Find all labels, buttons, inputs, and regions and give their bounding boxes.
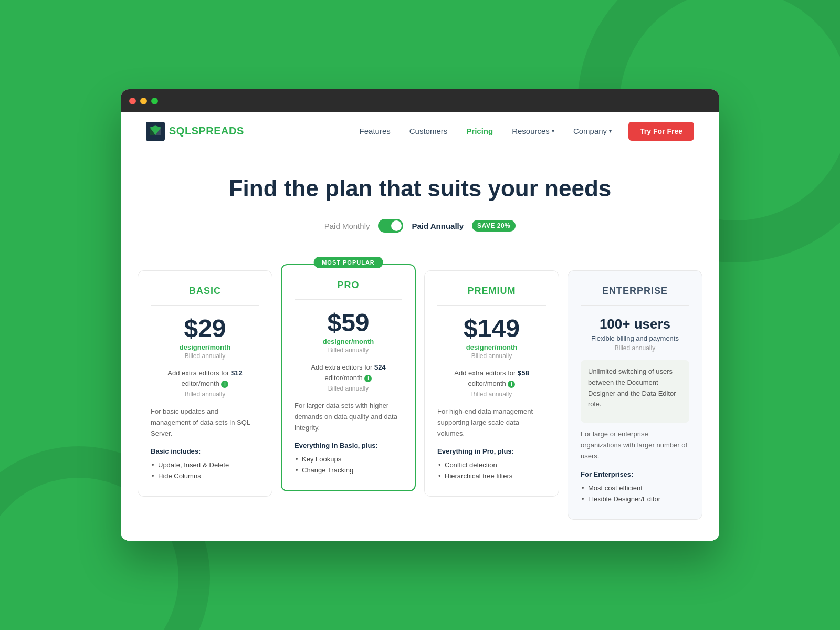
feature-enterprise-0: Most cost efficient (581, 482, 689, 494)
pricing-section: BASIC $29 designer/month Billed annually… (121, 270, 719, 541)
annually-label: Paid Annually (412, 222, 464, 230)
nav-links: Features Customers Pricing Resources ▾ C… (360, 127, 612, 135)
features-list-basic: Update, Insert & Delete Hide Columns (151, 459, 259, 481)
billing-toggle-switch[interactable] (378, 219, 403, 233)
extras-info-icon-premium[interactable]: i (508, 381, 515, 388)
extras-info-icon-basic[interactable]: i (221, 381, 228, 388)
plan-extras-premium: Add extra editors for $58 editor/month i (437, 368, 546, 388)
feature-basic-1: Hide Columns (151, 470, 259, 481)
feature-basic-0: Update, Insert & Delete (151, 459, 259, 470)
card-divider-pro (295, 299, 402, 300)
includes-title-premium: Everything in Pro, plus: (437, 447, 546, 455)
plan-title-pro: PRO (295, 280, 402, 291)
enterprise-billing2: Billed annually (581, 344, 689, 352)
includes-title-pro: Everything in Basic, plus: (295, 442, 402, 449)
extras-unit-basic: editor/month (182, 380, 219, 387)
plan-title-enterprise: ENTERPRISE (581, 286, 689, 297)
extras-price-premium: $58 (518, 369, 529, 377)
plan-card-pro: MOST POPULAR PRO $59 designer/month Bill… (281, 264, 416, 491)
plan-desc-enterprise: For large or enterprise organizations wi… (581, 429, 689, 461)
logo: SQLSPREADS (146, 122, 244, 141)
save-badge: SAVE 20% (472, 220, 516, 232)
nav-resources-label: Resources (512, 127, 550, 135)
logo-text: SQLSPREADS (169, 125, 244, 137)
feature-premium-1: Hierarchical tree filters (437, 470, 546, 481)
enterprise-billing1: Flexible billing and payments (581, 334, 689, 342)
plan-billing-premium: Billed annually (437, 352, 546, 360)
enterprise-switching-text: Unlimited switching of users between the… (588, 366, 682, 410)
try-for-free-button[interactable]: Try For Free (628, 122, 694, 141)
plan-extras-basic: Add extra editors for $12 editor/month i (151, 368, 259, 388)
features-list-premium: Conflict detection Hierarchical tree fil… (437, 459, 546, 481)
nav-company-label: Company (573, 127, 607, 135)
includes-title-basic: Basic includes: (151, 447, 259, 455)
nav-pricing[interactable]: Pricing (466, 127, 493, 135)
billing-toggle: Paid Monthly Paid Annually SAVE 20% (121, 219, 719, 233)
plan-card-basic: BASIC $29 designer/month Billed annually… (138, 270, 272, 497)
extras-info-icon-pro[interactable]: i (364, 375, 372, 382)
plan-extras-pro: Add extra editors for $24 editor/month i (295, 362, 402, 383)
plan-price-basic: $29 (151, 316, 259, 341)
company-chevron-icon: ▾ (609, 128, 612, 134)
plan-billing-pro: Billed annually (295, 346, 402, 354)
plan-price-sub-basic: designer/month (151, 343, 259, 351)
window-minimize-dot[interactable] (140, 98, 147, 104)
extras-billing-basic: Billed annually (151, 391, 259, 398)
plan-price-premium: $149 (437, 316, 546, 341)
browser-content: SQLSPREADS Features Customers Pricing Re… (121, 112, 719, 540)
browser-titlebar (121, 89, 719, 112)
plan-desc-basic: For basic updates and management of data… (151, 406, 259, 439)
logo-spreads: SPREADS (192, 125, 244, 136)
features-list-enterprise: Most cost efficient Flexible Designer/Ed… (581, 482, 689, 505)
window-close-dot[interactable] (129, 98, 136, 104)
monthly-label: Paid Monthly (324, 222, 370, 230)
feature-pro-1: Change Tracking (295, 465, 402, 476)
plan-price-sub-pro: designer/month (295, 338, 402, 345)
plan-desc-premium: For high-end data management supporting … (437, 406, 546, 439)
logo-sql: SQL (169, 125, 192, 136)
features-list-pro: Key Lookups Change Tracking (295, 454, 402, 476)
includes-title-enterprise: For Enterprises: (581, 470, 689, 478)
plan-desc-pro: For larger data sets with higher demands… (295, 401, 402, 433)
toggle-thumb (391, 220, 402, 231)
resources-chevron-icon: ▾ (552, 128, 554, 134)
feature-pro-0: Key Lookups (295, 454, 402, 465)
extras-text-premium: Add extra editors for (454, 369, 516, 377)
extras-price-basic: $12 (231, 369, 243, 377)
enterprise-switching-section: Unlimited switching of users between the… (581, 360, 689, 423)
enterprise-users: 100+ users (581, 316, 689, 332)
plan-price-pro: $59 (295, 310, 402, 335)
window-maximize-dot[interactable] (151, 98, 158, 104)
card-divider-premium (437, 305, 546, 306)
plan-card-premium: PREMIUM $149 designer/month Billed annua… (424, 270, 559, 497)
extras-unit-premium: editor/month (468, 380, 506, 387)
nav-features[interactable]: Features (360, 127, 391, 135)
nav-company[interactable]: Company ▾ (573, 127, 612, 135)
plan-price-sub-premium: designer/month (437, 343, 546, 351)
feature-premium-0: Conflict detection (437, 459, 546, 470)
plan-card-enterprise: ENTERPRISE 100+ users Flexible billing a… (568, 270, 702, 520)
plan-billing-basic: Billed annually (151, 352, 259, 360)
nav-resources[interactable]: Resources ▾ (512, 127, 554, 135)
logo-icon (146, 122, 165, 141)
plan-title-basic: BASIC (151, 286, 259, 297)
most-popular-badge: MOST POPULAR (313, 257, 383, 268)
nav-customers[interactable]: Customers (410, 127, 448, 135)
extras-billing-premium: Billed annually (437, 391, 546, 398)
hero-section: Find the plan that suits your needs Paid… (121, 150, 719, 270)
pricing-grid: BASIC $29 designer/month Billed annually… (138, 270, 702, 520)
browser-window: SQLSPREADS Features Customers Pricing Re… (121, 89, 719, 540)
card-divider-enterprise (581, 305, 689, 306)
navbar: SQLSPREADS Features Customers Pricing Re… (121, 112, 719, 150)
extras-unit-pro: editor/month (325, 374, 363, 382)
hero-title: Find the plan that suits your needs (121, 175, 719, 202)
plan-title-premium: PREMIUM (437, 286, 546, 297)
feature-enterprise-1: Flexible Designer/Editor (581, 494, 689, 505)
extras-price-pro: $24 (374, 363, 386, 371)
extras-text-basic: Add extra editors for (167, 369, 229, 377)
extras-text-pro: Add extra editors for (311, 363, 372, 371)
extras-billing-pro: Billed annually (295, 385, 402, 392)
card-divider-basic (151, 305, 259, 306)
